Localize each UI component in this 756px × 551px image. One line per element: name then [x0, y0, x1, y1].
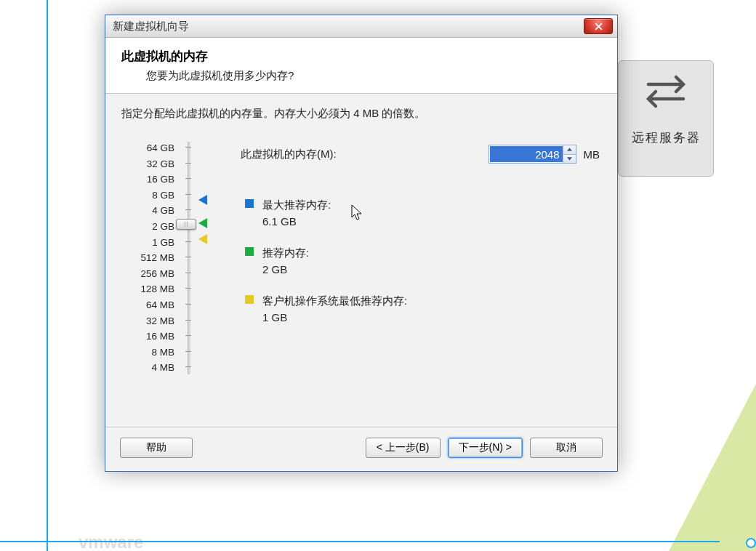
chevron-up-icon	[567, 148, 572, 151]
green-square-icon	[245, 247, 254, 256]
mouse-cursor-icon	[351, 204, 363, 222]
slider-tick-label: 1 GB	[134, 235, 174, 251]
slider-tick	[185, 178, 191, 179]
slider-tick-label: 4 MB	[134, 360, 174, 376]
memory-spinbox[interactable]	[488, 145, 576, 164]
slider-tick-label: 4 GB	[134, 203, 174, 219]
slider-tick	[185, 320, 191, 321]
min-memory-marker-icon	[198, 234, 207, 244]
slider-tick-label: 64 MB	[134, 297, 174, 313]
recommendation-item: 客户机操作系统最低推荐内存:1 GB	[245, 294, 407, 323]
slider-tick	[185, 241, 191, 242]
slider-tick-label: 2 GB	[134, 219, 174, 235]
memory-recommendation-list: 最大推荐内存:6.1 GB推荐内存:2 GB客户机操作系统最低推荐内存:1 GB	[245, 198, 407, 342]
decorative-vertical-line	[47, 0, 48, 551]
recommendation-value: 6.1 GB	[262, 215, 407, 228]
remote-server-label: 远程服务器	[632, 129, 701, 146]
recommendation-item: 最大推荐内存:6.1 GB	[245, 198, 407, 228]
wizard-header: 此虚拟机的内存 您要为此虚拟机使用多少内存?	[105, 38, 617, 94]
help-button[interactable]: 帮助	[120, 438, 193, 458]
new-vm-wizard-dialog: 新建虚拟机向导 此虚拟机的内存 您要为此虚拟机使用多少内存? 指定分配给此虚拟机…	[105, 15, 618, 472]
remote-transfer-icon	[644, 73, 688, 109]
memory-unit-label: MB	[584, 148, 600, 161]
memory-input-row: 此虚拟机的内存(M): MB	[241, 145, 600, 164]
wizard-footer: 帮助 < 上一步(B) 下一步(N) > 取消	[105, 427, 617, 471]
wizard-content: 指定分配给此虚拟机的内存量。内存大小必须为 4 MB 的倍数。 64 GB32 …	[105, 94, 617, 427]
recommendation-value: 1 GB	[262, 311, 407, 323]
decorative-triangle	[669, 384, 756, 551]
close-button[interactable]	[584, 18, 613, 34]
slider-tick	[185, 273, 191, 273]
slider-thumb[interactable]	[176, 219, 196, 230]
slider-tick	[185, 257, 191, 257]
slider-tick	[185, 304, 191, 305]
instruction-text: 指定分配给此虚拟机的内存量。内存大小必须为 4 MB 的倍数。	[121, 107, 601, 121]
slider-tick	[185, 147, 191, 148]
memory-input[interactable]	[490, 146, 563, 162]
memory-step-up-button[interactable]	[563, 145, 576, 155]
close-icon	[595, 23, 603, 31]
memory-field-label: 此虚拟机的内存(M):	[241, 148, 488, 161]
recommendation-value: 2 GB	[262, 263, 407, 276]
slider-tick-label: 64 GB	[134, 140, 174, 156]
titlebar[interactable]: 新建虚拟机向导	[105, 15, 617, 38]
remote-server-tile[interactable]: 远程服务器	[618, 60, 714, 177]
memory-slider[interactable]	[180, 140, 195, 376]
max-memory-marker-icon	[198, 195, 207, 205]
recommended-memory-marker-icon	[198, 218, 207, 228]
slider-tick-label: 16 GB	[134, 172, 174, 188]
cancel-button[interactable]: 取消	[530, 438, 603, 458]
slider-tick-label: 32 MB	[134, 313, 174, 329]
slider-tick	[185, 335, 191, 336]
wizard-step-subtitle: 您要为此虚拟机使用多少内存?	[146, 69, 601, 83]
slider-tick-label: 8 MB	[134, 345, 174, 361]
slider-tick-label: 256 MB	[134, 266, 174, 282]
wizard-step-title: 此虚拟机的内存	[121, 48, 601, 65]
slider-tick-label: 32 GB	[134, 156, 174, 172]
recommendation-title: 客户机操作系统最低推荐内存:	[262, 294, 407, 307]
recommendation-title: 最大推荐内存:	[262, 198, 331, 211]
next-button[interactable]: 下一步(N) >	[448, 438, 523, 458]
slider-tick-label: 128 MB	[134, 281, 174, 297]
recommendation-item: 推荐内存:2 GB	[245, 246, 407, 276]
slider-tick	[185, 288, 191, 289]
brand-watermark: vmware	[79, 532, 143, 551]
yellow-square-icon	[245, 295, 254, 304]
slider-tick	[185, 209, 191, 210]
blue-square-icon	[245, 199, 254, 208]
slider-track	[188, 142, 190, 374]
memory-step-down-button[interactable]	[563, 155, 576, 164]
memory-slider-area: 64 GB32 GB16 GB8 GB4 GB2 GB1 GB512 MB256…	[134, 140, 222, 376]
slider-tick	[185, 163, 191, 164]
dialog-title: 新建虚拟机向导	[113, 20, 189, 32]
recommendation-title: 推荐内存:	[262, 246, 309, 259]
chevron-down-icon	[567, 157, 572, 161]
slider-tick	[185, 194, 191, 195]
slider-tick-labels: 64 GB32 GB16 GB8 GB4 GB2 GB1 GB512 MB256…	[134, 140, 174, 376]
slider-tick-label: 16 MB	[134, 329, 174, 345]
slider-tick-label: 512 MB	[134, 250, 174, 266]
back-button[interactable]: < 上一步(B)	[366, 438, 441, 458]
slider-tick	[185, 366, 191, 367]
slider-tick	[185, 351, 191, 352]
slider-tick-label: 8 GB	[134, 188, 174, 204]
